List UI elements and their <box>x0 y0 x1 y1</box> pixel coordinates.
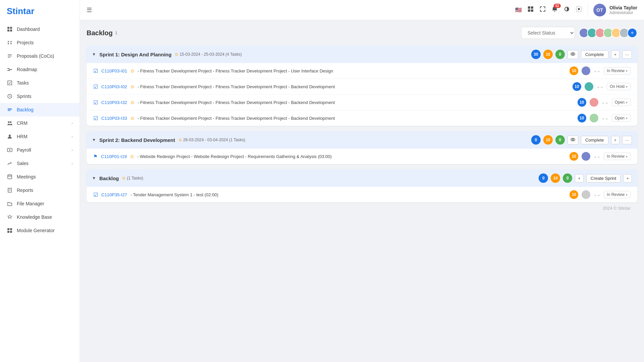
sidebar-item-projects[interactable]: Projects <box>0 36 80 49</box>
sprint-2-eye-button[interactable] <box>567 136 578 145</box>
sidebar-item-tasks[interactable]: Tasks <box>0 76 80 90</box>
task-clock-icon: ⊙ <box>131 68 134 73</box>
task-id[interactable]: C110P03-I01 <box>101 68 127 73</box>
task-status[interactable]: In Review ▾ <box>604 67 631 74</box>
sprint-1-complete-button[interactable]: Complete <box>581 50 608 59</box>
task-desc: - Fitness Tracker Development Project - … <box>138 68 566 73</box>
backlog-sec-title: Backlog <box>99 175 119 181</box>
svg-rect-3 <box>10 30 12 32</box>
sprint-2-collapse-icon: ▼ <box>92 138 96 142</box>
sprint-1-header[interactable]: ▼ Sprint 1: Design And Planning ⊙ 15-03-… <box>87 46 637 63</box>
sidebar-item-label: Meetings <box>17 174 36 179</box>
apps-icon[interactable] <box>527 6 534 14</box>
svg-point-10 <box>9 135 11 137</box>
sidebar-item-file-manager[interactable]: File Manager <box>0 197 80 210</box>
task-expand-icon[interactable]: ⌄⌄ <box>594 154 600 159</box>
page-footer: 2024 © Stintar <box>87 202 637 214</box>
backlog-add-button[interactable]: + <box>623 174 632 183</box>
page-header: Backlog ℹ Select Status Complete In Prog… <box>87 27 637 39</box>
task-expand-icon[interactable]: ⌄⌄ <box>602 116 608 120</box>
task-expand-icon[interactable]: ⌄⌄ <box>594 192 600 197</box>
task-desc: - Tender Management System 1 - test (02:… <box>131 192 566 197</box>
sidebar-item-payroll[interactable]: Payroll › <box>0 143 80 157</box>
task-expand-icon[interactable]: ⌄⌄ <box>594 68 600 73</box>
sprint-section-1: ▼ Sprint 1: Design And Planning ⊙ 15-03-… <box>87 46 637 126</box>
sprint-1-collapse-icon: ▼ <box>92 52 96 57</box>
sprint-1-score-green: 0 <box>555 50 565 59</box>
svg-rect-5 <box>8 56 12 56</box>
sidebar-item-backlog[interactable]: Backlog <box>0 103 80 116</box>
user-role: Administrator <box>609 10 637 15</box>
svg-rect-14 <box>7 228 9 230</box>
sprint-2-complete-button[interactable]: Complete <box>581 136 608 144</box>
file-manager-icon <box>7 201 13 207</box>
task-clock-icon: ⊙ <box>130 154 134 159</box>
svg-point-9 <box>10 121 12 123</box>
sprint-2-more-button[interactable]: ··· <box>622 136 632 144</box>
task-status[interactable]: In Review ▾ <box>604 191 631 198</box>
backlog-sec-task-count: ⊙ (1 Tasks) <box>122 176 143 180</box>
task-row: ⚑ C110P01-I19 ⊙ - Website Redesign Proje… <box>87 149 637 164</box>
sidebar-item-sales[interactable]: Sales › <box>0 157 80 170</box>
sprint-2-add-button[interactable]: + <box>611 136 620 144</box>
task-id[interactable]: C110P03-I02 <box>101 84 127 89</box>
task-status[interactable]: Open ▾ <box>612 99 631 106</box>
task-clock-icon: ⊙ <box>131 116 134 121</box>
sidebar-item-knowledge-base[interactable]: Knowledge Base <box>0 210 80 224</box>
task-status[interactable]: On Hold ▾ <box>607 83 631 90</box>
sprint-1-add-button[interactable]: + <box>611 50 620 59</box>
status-select[interactable]: Select Status Complete In Progress Open <box>521 27 575 39</box>
backlog-plus-button[interactable]: + <box>575 174 584 183</box>
sidebar-item-label: Proposals (CoCo) <box>17 53 54 59</box>
sprint-2-score-blue: 0 <box>531 135 541 145</box>
notification-icon[interactable]: 52 <box>551 6 558 14</box>
task-expand-icon[interactable]: ⌄⌄ <box>602 100 608 105</box>
svg-rect-19 <box>531 6 533 9</box>
sidebar-item-roadmap[interactable]: Roadmap <box>0 63 80 76</box>
sidebar-item-meetings[interactable]: Meetings <box>0 170 80 184</box>
reports-icon <box>7 187 13 193</box>
sidebar-item-sprints[interactable]: Sprints <box>0 90 80 103</box>
task-desc: - Fitness Tracker Development Project - … <box>138 116 574 121</box>
settings-icon[interactable] <box>576 6 582 14</box>
create-sprint-button[interactable]: Create Sprint <box>586 174 621 183</box>
sidebar-item-hrm[interactable]: HRM › <box>0 130 80 143</box>
sprint-1-more-button[interactable]: ··· <box>622 50 632 59</box>
svg-rect-0 <box>7 27 9 29</box>
menu-toggle-icon[interactable]: ☰ <box>87 6 92 14</box>
sidebar-item-label: Module Generator <box>17 228 55 233</box>
task-id[interactable]: C110P35-I27 <box>101 192 127 197</box>
proposals-icon <box>7 53 13 59</box>
task-status[interactable]: In Review ▾ <box>604 153 631 160</box>
task-id[interactable]: C110P03-I32 <box>101 100 127 105</box>
task-id[interactable]: C110P01-I19 <box>101 154 127 159</box>
svg-point-23 <box>578 8 580 10</box>
task-expand-icon[interactable]: ⌄⌄ <box>597 84 603 89</box>
sidebar: Stintar Dashboard Projects Proposals (Co… <box>0 0 80 362</box>
sprint-2-header[interactable]: ▼ Sprint 2: Backend Development ⊙ 26-03-… <box>87 131 637 149</box>
sprint-1-eye-button[interactable] <box>567 50 578 59</box>
theme-icon[interactable] <box>563 6 570 14</box>
sidebar-item-crm[interactable]: CRM › <box>0 116 80 130</box>
sprint-section-2: ▼ Sprint 2: Backend Development ⊙ 26-03-… <box>87 131 637 164</box>
sidebar-item-dashboard[interactable]: Dashboard <box>0 22 80 36</box>
sprint-1-score-blue: 30 <box>531 50 541 59</box>
task-row: ☑ C110P03-I02 ⊙ - Fitness Tracker Develo… <box>87 79 637 95</box>
sidebar-item-reports[interactable]: Reports <box>0 184 80 197</box>
svg-point-24 <box>571 53 575 55</box>
backlog-sec-header: ▼ Backlog ⊙ (1 Tasks) 0 10 0 + Create Sp… <box>87 169 637 187</box>
expand-icon[interactable] <box>539 6 546 14</box>
sidebar-item-proposals[interactable]: Proposals (CoCo) <box>0 49 80 63</box>
task-status[interactable]: Open ▾ <box>612 114 631 122</box>
svg-rect-21 <box>531 9 533 12</box>
sidebar-item-label: Roadmap <box>17 67 37 72</box>
task-assignee <box>585 82 593 91</box>
sidebar-item-module-generator[interactable]: Module Generator <box>0 224 80 237</box>
sidebar-item-label: Reports <box>17 188 33 193</box>
task-id[interactable]: C110P03-I33 <box>101 116 127 121</box>
task-clock-icon: ⊙ <box>131 84 134 89</box>
add-member-button[interactable]: + <box>627 28 637 38</box>
svg-rect-16 <box>7 231 9 233</box>
sprint-1-title: Sprint 1: Design And Planning <box>99 52 171 57</box>
backlog-sec-header-right: 0 10 0 + Create Sprint + <box>539 173 632 183</box>
